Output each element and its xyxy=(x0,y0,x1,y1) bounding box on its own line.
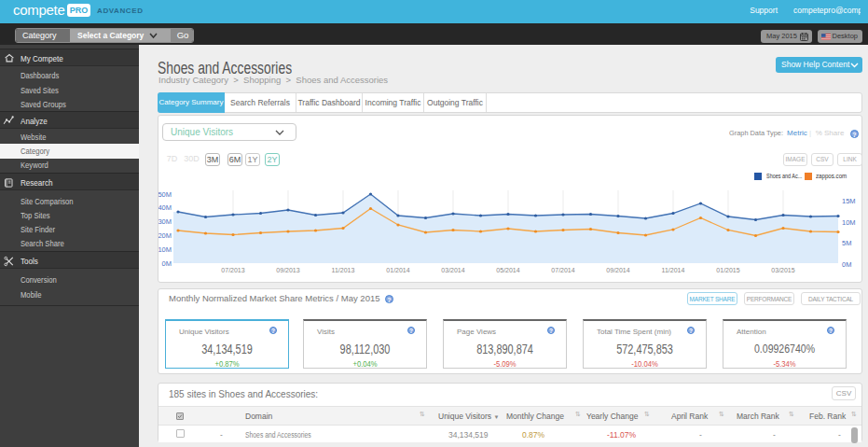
svg-text:0M: 0M xyxy=(162,259,172,268)
svg-text:11/2013: 11/2013 xyxy=(332,267,355,273)
svg-text:0M: 0M xyxy=(842,260,851,269)
svg-text:20M: 20M xyxy=(158,231,172,240)
svg-text:07/2013: 07/2013 xyxy=(221,267,244,273)
svg-text:01/2014: 01/2014 xyxy=(386,267,409,273)
svg-text:05/2014: 05/2014 xyxy=(496,267,519,273)
svg-text:50M: 50M xyxy=(158,190,172,199)
svg-text:5M: 5M xyxy=(842,239,851,247)
svg-text:07/2014: 07/2014 xyxy=(551,267,574,273)
svg-text:10M: 10M xyxy=(158,245,172,254)
svg-text:11/2014: 11/2014 xyxy=(662,267,685,273)
svg-text:03/2015: 03/2015 xyxy=(771,267,794,273)
svg-text:10M: 10M xyxy=(842,218,856,227)
svg-text:03/2014: 03/2014 xyxy=(441,267,464,273)
svg-text:01/2015: 01/2015 xyxy=(716,267,739,273)
svg-text:15M: 15M xyxy=(842,197,856,205)
svg-text:40M: 40M xyxy=(158,203,172,212)
svg-text:09/2014: 09/2014 xyxy=(606,267,629,273)
svg-text:09/2013: 09/2013 xyxy=(276,267,299,273)
svg-text:30M: 30M xyxy=(158,217,172,226)
